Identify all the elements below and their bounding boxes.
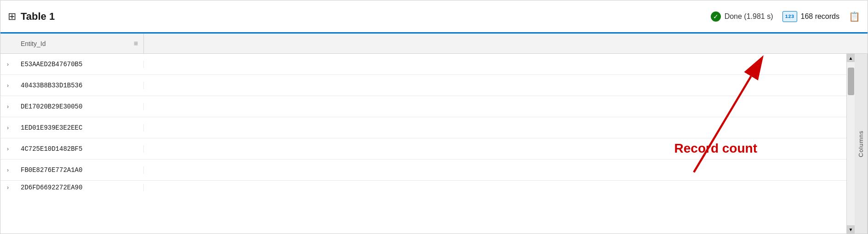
table-row[interactable]: › 4C725E10D1482BF5 <box>0 138 846 160</box>
scroll-up-button[interactable]: ▲ <box>847 54 855 62</box>
records-type-icon: 123 <box>782 11 797 22</box>
table-row[interactable]: › DE17020B29E30050 <box>0 96 846 117</box>
page-title: Table 1 <box>21 11 55 23</box>
table-row[interactable]: › 1ED01E939E3E2EEC <box>0 117 846 138</box>
main-content: › E53AAED2B47670B5 › 40433B8B33D1B536 › … <box>0 54 868 234</box>
entity-id-cell: E53AAED2B47670B5 <box>15 61 144 68</box>
entity-id-cell: 1ED01E939E3E2EEC <box>15 124 144 131</box>
row-expander[interactable]: › <box>0 167 15 173</box>
column-name-label: Entity_Id <box>21 40 46 47</box>
header-right: ✓ Done (1.981 s) 123 168 records 📋 <box>711 11 860 22</box>
row-expander[interactable]: › <box>0 103 15 110</box>
vertical-scrollbar[interactable]: ▲ ▼ <box>846 54 855 234</box>
status-done: ✓ Done (1.981 s) <box>711 11 773 22</box>
entity-id-cell: 40433B8B33D1B536 <box>15 82 144 89</box>
entity-id-cell: DE17020B29E30050 <box>15 103 144 110</box>
scroll-down-button[interactable]: ▼ <box>847 225 855 234</box>
column-header-row: Entity_Id ≡ <box>0 34 868 54</box>
column-menu-icon[interactable]: ≡ <box>134 40 138 48</box>
status-label: Done (1.981 s) <box>725 12 773 21</box>
scroll-thumb[interactable] <box>848 68 854 95</box>
table-row[interactable]: › E53AAED2B47670B5 <box>0 54 846 75</box>
header-left: ⊞ Table 1 <box>8 11 55 23</box>
app-container: ⊞ Table 1 ✓ Done (1.981 s) 123 168 recor… <box>0 0 868 234</box>
entity-id-cell: 4C725E10D1482BF5 <box>15 145 144 153</box>
columns-tab-label: Columns <box>857 130 864 157</box>
entity-id-cell: FB0E8276E772A1A0 <box>15 166 144 174</box>
columns-tab[interactable]: Columns <box>855 54 868 234</box>
copy-icon[interactable]: 📋 <box>849 11 860 22</box>
row-expander[interactable]: › <box>0 146 15 152</box>
row-expander[interactable]: › <box>0 61 15 68</box>
table-icon: ⊞ <box>8 11 16 23</box>
table-row[interactable]: › FB0E8276E772A1A0 <box>0 160 846 181</box>
table-row[interactable]: › 40433B8B33D1B536 <box>0 75 846 96</box>
done-checkmark-icon: ✓ <box>711 11 721 22</box>
table-row[interactable]: › 2D6FD6692272EA90 <box>0 181 846 194</box>
header: ⊞ Table 1 ✓ Done (1.981 s) 123 168 recor… <box>0 0 868 34</box>
data-rows-container: › E53AAED2B47670B5 › 40433B8B33D1B536 › … <box>0 54 846 234</box>
records-badge: 123 168 records <box>782 11 840 22</box>
entity-id-cell: 2D6FD6692272EA90 <box>15 184 144 191</box>
entity-id-column-header[interactable]: Entity_Id ≡ <box>15 34 144 53</box>
row-expander[interactable]: › <box>0 184 15 191</box>
row-expander[interactable]: › <box>0 125 15 131</box>
scroll-track <box>847 62 855 225</box>
row-expander[interactable]: › <box>0 82 15 89</box>
records-count-label: 168 records <box>801 12 840 21</box>
